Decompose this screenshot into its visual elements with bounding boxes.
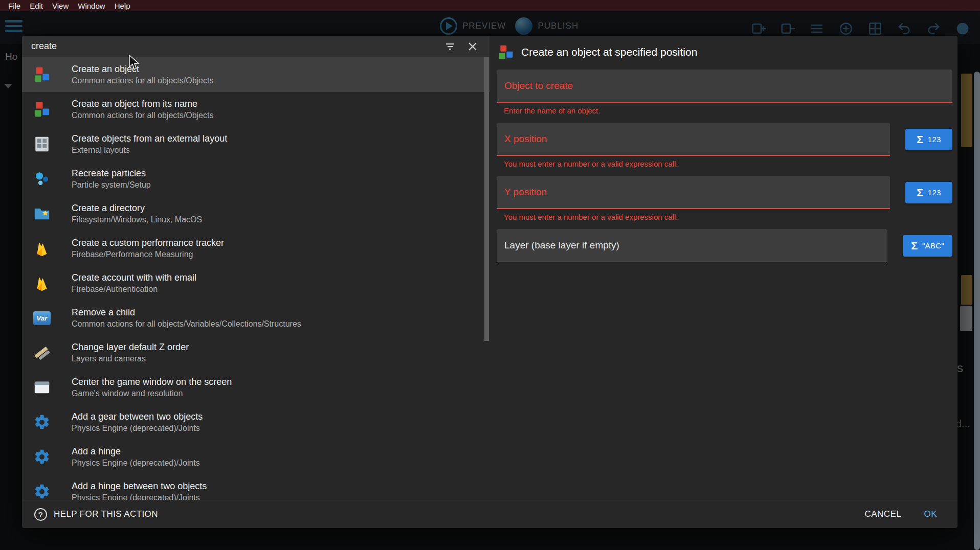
field-label: X position	[504, 133, 547, 145]
action-subtitle: External layouts	[72, 145, 227, 156]
action-title-heading: Create an object at specified position	[521, 46, 697, 58]
dialog-footer: ? HELP FOR THIS ACTION CANCEL OK	[22, 500, 957, 528]
action-subtitle: Common actions for all objects/Variables…	[72, 318, 301, 330]
action-subtitle: Layers and cameras	[72, 353, 189, 364]
action-title: Create a directory	[72, 202, 202, 214]
action-list-item[interactable]: Create a directory Filesystem/Windows, L…	[22, 196, 489, 231]
help-button[interactable]: ? HELP FOR THIS ACTION	[34, 508, 158, 521]
objects-icon	[31, 66, 53, 83]
action-subtitle: Particle system/Setup	[72, 179, 151, 191]
expression-builder-button[interactable]: Σ 123	[905, 129, 952, 150]
field-block: Layer (base layer if empty) Σ "ABC"	[489, 229, 957, 262]
action-subtitle: Game's window and resolution	[72, 388, 232, 399]
sigma-icon: Σ	[917, 134, 923, 145]
particles-icon	[31, 170, 53, 188]
action-title: Create objects from an external layout	[72, 133, 227, 145]
menu-bar: FileEditViewWindowHelp	[0, 0, 980, 11]
expression-builder-button[interactable]: Σ "ABC"	[903, 235, 952, 257]
menu-edit[interactable]: Edit	[25, 2, 48, 10]
action-subtitle: Physics Engine (deprecated)/Joints	[72, 492, 207, 500]
action-list-item[interactable]: Create an object Common actions for all …	[22, 57, 489, 92]
variable-icon: Var	[31, 311, 53, 325]
detail-header: Create an object at specified position	[498, 44, 951, 60]
expression-type-label: 123	[928, 135, 941, 144]
action-title: Add a hinge between two objects	[72, 480, 207, 492]
action-subtitle: Common actions for all objects/Objects	[72, 75, 213, 86]
action-subtitle: Physics Engine (deprecated)/Joints	[72, 457, 200, 469]
action-list-item[interactable]: Create a custom performance tracker Fire…	[22, 231, 489, 266]
action-title: Add a gear between two objects	[72, 411, 203, 423]
ok-button[interactable]: OK	[924, 509, 937, 519]
search-bar: create	[22, 36, 489, 57]
field-label: Y position	[504, 187, 547, 198]
field-helper-text: You must enter a number or a valid expre…	[504, 159, 952, 169]
physics-icon	[31, 483, 53, 500]
action-title: Create account with with email	[72, 272, 196, 284]
y-position-field[interactable]: Y position	[497, 176, 890, 209]
menu-view[interactable]: View	[48, 2, 73, 10]
action-title: Remove a child	[72, 307, 301, 318]
folder-icon	[31, 205, 53, 222]
expression-builder-button[interactable]: Σ 123	[905, 182, 952, 203]
field-helper-text: Enter the name of an object.	[504, 106, 952, 116]
action-subtitle: Filesystem/Windows, Linux, MacOS	[72, 214, 202, 225]
layers-icon	[31, 344, 53, 361]
action-title: Center the game window on the screen	[72, 376, 232, 388]
x-position-field[interactable]: X position	[497, 123, 890, 156]
action-list-item[interactable]: Change layer default Z order Layers and …	[22, 335, 489, 370]
action-search-panel: create Create an object Common actions f…	[22, 36, 489, 500]
expression-type-label: 123	[928, 188, 941, 197]
menu-file[interactable]: File	[4, 2, 25, 10]
field-block: Y position Σ 123 You must enter a number…	[489, 176, 957, 222]
list-scrollbar[interactable]	[484, 57, 489, 341]
cancel-button[interactable]: CANCEL	[864, 509, 901, 519]
action-list-item[interactable]: Create account with with email Firebase/…	[22, 266, 489, 301]
mouse-cursor	[128, 54, 140, 72]
action-subtitle: Common actions for all objects/Objects	[72, 110, 213, 121]
dialog-body: create Create an object Common actions f…	[22, 36, 957, 500]
field-block: Object to create Enter the name of an ob…	[489, 70, 957, 116]
layer-base-layer-if-empty-field[interactable]: Layer (base layer if empty)	[497, 229, 887, 262]
layout-icon	[31, 135, 53, 153]
action-config-panel: Create an object at specified position O…	[489, 36, 957, 500]
objects-icon	[31, 101, 53, 118]
action-subtitle: Physics Engine (deprecated)/Joints	[72, 423, 203, 434]
firebase-icon	[31, 240, 53, 257]
filter-icon[interactable]	[443, 40, 457, 53]
physics-icon	[31, 448, 53, 466]
window-icon	[31, 379, 53, 396]
action-picker-dialog: create Create an object Common actions f…	[22, 36, 957, 528]
objects-icon	[498, 44, 514, 60]
action-title: Create a custom performance tracker	[72, 237, 224, 249]
action-title: Create an object from its name	[72, 98, 213, 110]
action-title: Add a hinge	[72, 446, 200, 457]
field-label: Layer (base layer if empty)	[504, 240, 619, 251]
action-list-item[interactable]: Var Remove a child Common actions for al…	[22, 301, 489, 335]
action-list-item[interactable]: Recreate particles Particle system/Setup	[22, 162, 489, 196]
help-label: HELP FOR THIS ACTION	[54, 509, 158, 519]
sigma-icon: Σ	[911, 240, 918, 251]
field-helper-text: You must enter a number or a valid expre…	[504, 213, 952, 222]
field-label: Object to create	[504, 80, 573, 91]
action-list-item[interactable]: Add a hinge between two objects Physics …	[22, 474, 489, 500]
expression-type-label: "ABC"	[922, 241, 944, 250]
physics-icon	[31, 414, 53, 431]
action-subtitle: Firebase/Performance Measuring	[72, 249, 224, 260]
object-to-create-field[interactable]: Object to create	[497, 70, 952, 103]
close-icon[interactable]	[466, 40, 479, 53]
search-input[interactable]: create	[31, 41, 443, 52]
action-list-item[interactable]: Center the game window on the screen Gam…	[22, 370, 489, 405]
action-list-item[interactable]: Add a gear between two objects Physics E…	[22, 405, 489, 440]
fields-host: Object to create Enter the name of an ob…	[489, 70, 957, 262]
action-title: Recreate particles	[72, 168, 151, 179]
menu-help[interactable]: Help	[110, 2, 135, 10]
action-title: Change layer default Z order	[72, 341, 189, 353]
action-list-item[interactable]: Create objects from an external layout E…	[22, 127, 489, 162]
action-subtitle: Firebase/Authentication	[72, 284, 196, 295]
menu-window[interactable]: Window	[73, 2, 109, 10]
app-root: { "colors": { "error": "#f44336", "accen…	[0, 0, 980, 550]
action-title: Create an object	[72, 63, 213, 75]
action-list-item[interactable]: Add a hinge Physics Engine (deprecated)/…	[22, 440, 489, 474]
action-list-item[interactable]: Create an object from its name Common ac…	[22, 92, 489, 127]
help-icon: ?	[34, 508, 47, 521]
